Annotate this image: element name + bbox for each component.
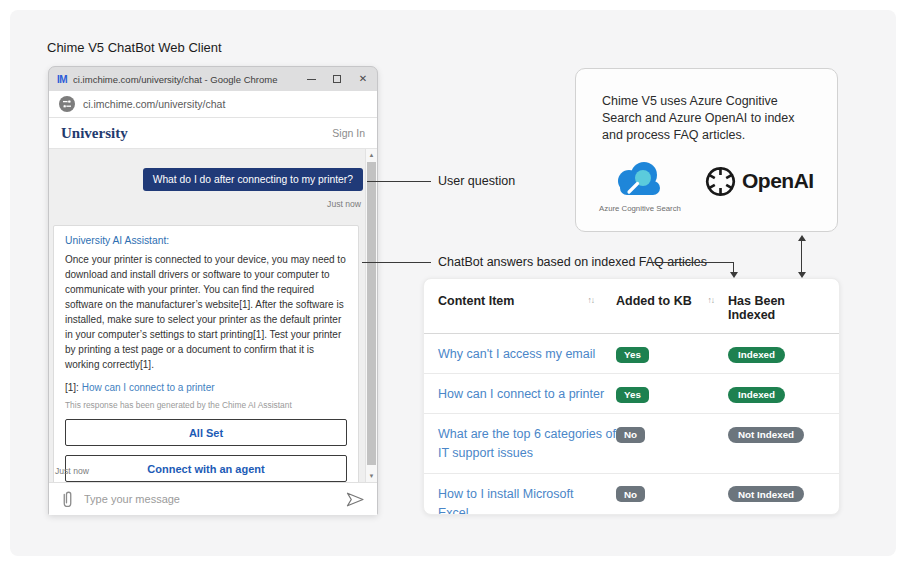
table-row: Why can't I access my email Yes Indexed: [424, 334, 839, 374]
site-settings-icon[interactable]: [59, 96, 75, 112]
assistant-response-card: University AI Assistant: Once your print…: [53, 225, 359, 482]
table-row: How can I connect to a printer Yes Index…: [424, 374, 839, 414]
user-question-connector-line: [367, 181, 431, 182]
message-input-bar: [49, 482, 377, 515]
content-item-link[interactable]: How to I install Microsoft Excel: [438, 487, 573, 516]
content-item-link[interactable]: How can I connect to a printer: [438, 387, 614, 401]
message-input[interactable]: [84, 493, 345, 505]
connect-agent-button[interactable]: Connect with an agent: [65, 455, 347, 482]
maximize-button[interactable]: [331, 73, 343, 85]
browser-titlebar: IM ci.imchime.com/university/chat - Goog…: [49, 67, 377, 91]
browser-window: IM ci.imchime.com/university/chat - Goog…: [48, 66, 378, 515]
chatbot-answers-connector-right: [651, 262, 734, 263]
table-row: What are the top 6 categories of IT supp…: [424, 414, 839, 473]
url-text[interactable]: ci.imchime.com/university/chat: [83, 98, 225, 110]
indexed-status-badge: Indexed: [728, 387, 785, 403]
minimize-icon: [307, 79, 316, 80]
kb-status-badge: No: [616, 427, 645, 443]
chat-area: What do I do after connecting to my prin…: [49, 149, 377, 482]
info-box: Chime V5 uses Azure Cognitive Search and…: [575, 68, 838, 232]
indexed-status-badge: Not Indexed: [728, 427, 804, 443]
minimize-button[interactable]: [305, 73, 317, 85]
column-header-content-item[interactable]: Content Item ↑↓: [438, 294, 616, 308]
column-header-added-to-kb[interactable]: Added to KB ↑↓: [616, 294, 728, 308]
all-set-button[interactable]: All Set: [65, 419, 347, 446]
attachment-icon[interactable]: [61, 490, 74, 509]
page-title: Chime V5 ChatBot Web Client: [47, 40, 222, 55]
faq-table-card: Content Item ↑↓ Added to KB ↑↓ Has Been …: [423, 278, 840, 515]
openai-block: OpenAI: [704, 165, 814, 198]
citation-link[interactable]: How can I connect to a printer: [82, 382, 215, 393]
table-row: How to I install Microsoft Excel No Not …: [424, 474, 839, 516]
azure-cognitive-search-icon: [612, 157, 668, 201]
indexed-status-badge: Not Indexed: [728, 486, 804, 502]
user-question-annotation: User question: [438, 174, 515, 188]
infobox-table-connector: [801, 240, 802, 273]
kb-status-badge: Yes: [616, 347, 649, 363]
scroll-down-icon[interactable]: ▼: [366, 473, 377, 479]
assistant-name: University AI Assistant:: [65, 235, 347, 246]
openai-label: OpenAI: [742, 169, 814, 193]
browser-urlbar[interactable]: ci.imchime.com/university/chat: [49, 91, 377, 118]
ai-disclaimer: This response has been generated by the …: [65, 400, 347, 410]
scrollbar-thumb[interactable]: [367, 162, 376, 465]
chat-scrollbar[interactable]: ▲ ▼: [365, 149, 377, 482]
chime-favicon-icon: IM: [57, 74, 67, 85]
user-message-timestamp: Just now: [327, 199, 361, 209]
azure-cognitive-search-block: Azure Cognitive Search: [576, 157, 704, 213]
assistant-timestamp: Just now: [55, 466, 89, 476]
diagram-canvas: Chime V5 ChatBot Web Client IM ci.imchim…: [0, 0, 906, 566]
sort-icon[interactable]: ↑↓: [588, 295, 595, 305]
user-message-bubble: What do I do after connecting to my prin…: [143, 168, 363, 191]
arrow-up-icon: [798, 235, 806, 241]
content-item-link[interactable]: Why can't I access my email: [438, 347, 605, 361]
kb-status-badge: No: [616, 486, 645, 502]
chatbot-answers-connector-left: [362, 262, 431, 263]
info-box-text: Chime V5 uses Azure Cognitive Search and…: [576, 69, 837, 144]
citation-line: [1]: How can I connect to a printer: [65, 382, 347, 393]
table-header-row: Content Item ↑↓ Added to KB ↑↓ Has Been …: [424, 279, 839, 334]
university-logo[interactable]: University: [61, 125, 128, 142]
sign-in-link[interactable]: Sign In: [332, 127, 365, 139]
content-item-link[interactable]: What are the top 6 categories of IT supp…: [438, 427, 616, 460]
scroll-up-icon[interactable]: ▲: [366, 152, 377, 158]
kb-status-badge: Yes: [616, 387, 649, 403]
citation-prefix: [1]:: [65, 382, 82, 393]
indexed-status-badge: Indexed: [728, 347, 785, 363]
column-header-has-been-indexed[interactable]: Has Been Indexed: [728, 294, 825, 322]
site-header: University Sign In: [49, 118, 377, 149]
table-body: Why can't I access my email Yes Indexed …: [424, 334, 839, 515]
openai-logo-icon: [704, 165, 737, 198]
window-title: ci.imchime.com/university/chat - Google …: [73, 74, 291, 85]
send-icon[interactable]: [345, 491, 365, 508]
close-icon: ✕: [359, 74, 367, 84]
azure-label: Azure Cognitive Search: [599, 204, 681, 213]
maximize-icon: [333, 75, 341, 83]
close-button[interactable]: ✕: [357, 73, 369, 85]
sort-icon[interactable]: ↑↓: [708, 295, 715, 305]
info-box-icons: Azure Cognitive Search OpenAI: [576, 157, 837, 213]
assistant-message-body: Once your printer is connected to your d…: [65, 252, 347, 372]
